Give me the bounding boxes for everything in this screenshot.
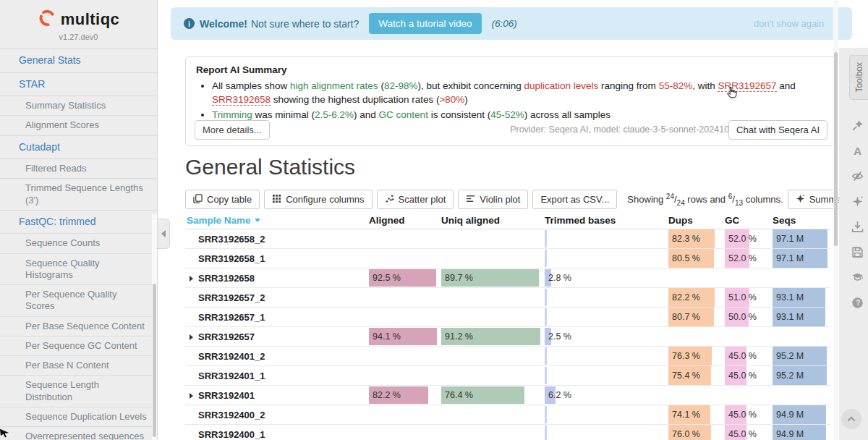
- scatter-plot-button[interactable]: Scatter plot: [377, 190, 454, 209]
- dups-cell: [668, 327, 725, 346]
- highlight-text: 82-98%: [384, 80, 418, 91]
- table-row: SRR3192658_282.3 %52.0 %97.1 M: [185, 229, 830, 249]
- uniq-aligned-cell: [441, 425, 545, 440]
- aligned-cell: [369, 288, 441, 307]
- table-row: SRR319265892.5 %89.7 %2.8 %: [185, 268, 830, 288]
- sidebar-item-alignment-scores[interactable]: Alignment Scores: [0, 116, 157, 135]
- dont-show-again-link[interactable]: don't show again: [754, 18, 824, 29]
- column-header-uniq-aligned: Uniq aligned: [441, 215, 545, 226]
- dups-cell: 76.0 %: [668, 425, 725, 440]
- multiqc-logo-icon: [38, 9, 56, 30]
- sidebar-scrollbar-thumb[interactable]: [153, 284, 156, 437]
- ai-bullet-1: All samples show high alignment rates (8…: [212, 80, 825, 107]
- sidebar-item-summary-statistics[interactable]: Summary Statistics: [0, 96, 157, 116]
- sample-link[interactable]: SRR3192658: [212, 94, 271, 106]
- trimmed-bases-cell: [545, 229, 668, 248]
- trimmed-bases-cell: [545, 425, 668, 440]
- bullet-text: and: [777, 80, 796, 91]
- sample-name-cell: SRR3192400_2: [185, 405, 369, 424]
- toolbox-tab[interactable]: Toolbox: [849, 55, 868, 100]
- table-toolbar: Copy tableConfigure columnsScatter plotV…: [185, 190, 835, 209]
- sidebar-item-cutadapt[interactable]: Cutadapt: [0, 136, 157, 160]
- expand-caret-icon[interactable]: [190, 334, 193, 340]
- export-as-csv-button[interactable]: Export as CSV...: [532, 190, 617, 209]
- configure-columns-button[interactable]: Configure columns: [264, 190, 372, 209]
- dups-cell: 82.2 %: [668, 288, 725, 307]
- table-row: SRR3192401_175.4 %45.0 %95.2 M: [185, 366, 830, 386]
- table-row: SRR3192657_180.7 %50.0 %93.1 M: [185, 308, 830, 327]
- bullet-text: was minimal (: [252, 109, 315, 120]
- expand-caret-icon[interactable]: [190, 393, 193, 399]
- showing-summary: Showing 24/24 rows and 6/13 columns.: [627, 192, 783, 207]
- welcome-question: Not sure where to start?: [251, 18, 359, 30]
- scroll-to-top-button[interactable]: [841, 409, 861, 429]
- table-row: SRR319265794.1 %91.2 %2.5 %: [185, 327, 830, 347]
- help-icon[interactable]: ?: [848, 293, 867, 312]
- copy-table-button[interactable]: Copy table: [185, 190, 260, 209]
- general-stats-table: Sample NameAlignedUniq alignedTrimmed ba…: [185, 211, 830, 440]
- trimmed-bases-cell: 6.2 %: [545, 386, 668, 405]
- ai-sparkle-icon[interactable]: [848, 192, 867, 211]
- aligned-cell: 94.1 %: [369, 327, 441, 346]
- seqs-cell: 97.1 M: [773, 229, 830, 248]
- sidebar-item-fastqc-trimmed[interactable]: FastQC: trimmed: [0, 211, 157, 234]
- sidebar-item-per-base-n-content[interactable]: Per Base N Content: [0, 356, 157, 376]
- video-duration: (6:06): [492, 18, 517, 29]
- eye-hidden-icon[interactable]: [848, 166, 867, 185]
- sidebar-item-sequence-length-distribution[interactable]: Sequence Length Distribution: [0, 376, 157, 407]
- more-details-button[interactable]: More details...: [195, 120, 270, 140]
- sidebar-item-per-base-sequence-content[interactable]: Per Base Sequence Content: [0, 317, 157, 337]
- uniq-aligned-cell: [441, 308, 545, 326]
- sidebar-item-filtered-reads[interactable]: Filtered Reads: [0, 159, 157, 179]
- sample-name-cell[interactable]: SRR3192658: [185, 268, 369, 287]
- sidebar-item-general-stats[interactable]: General Stats: [0, 49, 157, 73]
- violin-plot-button[interactable]: Violin plot: [458, 190, 528, 209]
- watch-tutorial-button[interactable]: Watch a tutorial video: [369, 13, 481, 34]
- sidebar-item-star[interactable]: STAR: [0, 73, 157, 97]
- bullet-text: , with: [692, 80, 718, 91]
- table-row: SRR3192400_274.1 %45.0 %94.9 M: [185, 405, 830, 425]
- download-icon[interactable]: [848, 217, 867, 236]
- sample-name-cell[interactable]: SRR3192657: [185, 327, 369, 346]
- main-scrollbar-thumb[interactable]: [834, 52, 838, 246]
- column-header-dups: Dups: [668, 215, 725, 226]
- sidebar-item-trimmed-sequence-lengths-3[interactable]: Trimmed Sequence Lengths (3'): [0, 179, 157, 211]
- sidebar-item-per-sequence-quality-scores[interactable]: Per Sequence Quality Scores: [0, 285, 157, 317]
- column-header-aligned: Aligned: [369, 215, 441, 226]
- ai-provider-label: Provider: Seqera AI, model: claude-3-5-s…: [510, 124, 739, 135]
- save-icon[interactable]: [848, 242, 867, 261]
- scatter-icon: [385, 194, 394, 206]
- sidebar-item-sequence-quality-histograms[interactable]: Sequence Quality Histograms: [0, 254, 157, 286]
- sample-name-header[interactable]: Sample Name: [185, 215, 369, 226]
- dups-cell: 82.3 %: [668, 229, 725, 248]
- uniq-aligned-cell: [441, 405, 545, 424]
- sample-link[interactable]: SRR3192657: [718, 80, 776, 92]
- report-ai-summary-card: Report AI Summary All samples show high …: [185, 56, 835, 146]
- dups-cell: [668, 268, 725, 287]
- sample-name-cell: SRR3192658_1: [185, 249, 369, 268]
- svg-text:A: A: [854, 145, 861, 156]
- sidebar-nav: General StatsSTARSummary StatisticsAlign…: [0, 49, 157, 440]
- pin-icon[interactable]: [848, 116, 867, 135]
- font-icon[interactable]: A: [848, 141, 867, 160]
- aligned-cell: [369, 347, 441, 365]
- welcome-text: Welcome!: [200, 18, 247, 30]
- sidebar-item-sequence-counts[interactable]: Sequence Counts: [0, 234, 157, 253]
- seqs-cell: 95.2 M: [773, 366, 830, 385]
- sidebar-item-overrepresented-sequences-by-sample[interactable]: Overrepresented sequences by sample: [0, 427, 157, 440]
- column-header-trimmed-bases: Trimmed bases: [545, 215, 668, 226]
- sparkle-icon: [796, 194, 805, 206]
- column-header-seqs: Seqs: [773, 215, 830, 226]
- sidebar-item-sequence-duplication-levels[interactable]: Sequence Duplication Levels: [0, 407, 157, 427]
- trimmed-bases-cell: [545, 366, 668, 385]
- sidebar-item-per-sequence-gc-content[interactable]: Per Sequence GC Content: [0, 337, 157, 356]
- graduation-cap-icon[interactable]: [848, 268, 867, 287]
- bullet-text: ) across all samples: [524, 109, 610, 120]
- gc-cell: [725, 386, 773, 405]
- seqs-cell: 93.1 M: [773, 288, 830, 307]
- sidebar-collapse-handle[interactable]: [158, 219, 170, 249]
- chat-seqera-button[interactable]: Chat with Seqera AI: [728, 120, 827, 140]
- sample-name-cell[interactable]: SRR3192401: [185, 386, 369, 405]
- expand-caret-icon[interactable]: [190, 276, 193, 282]
- aligned-cell: 92.5 %: [369, 268, 441, 287]
